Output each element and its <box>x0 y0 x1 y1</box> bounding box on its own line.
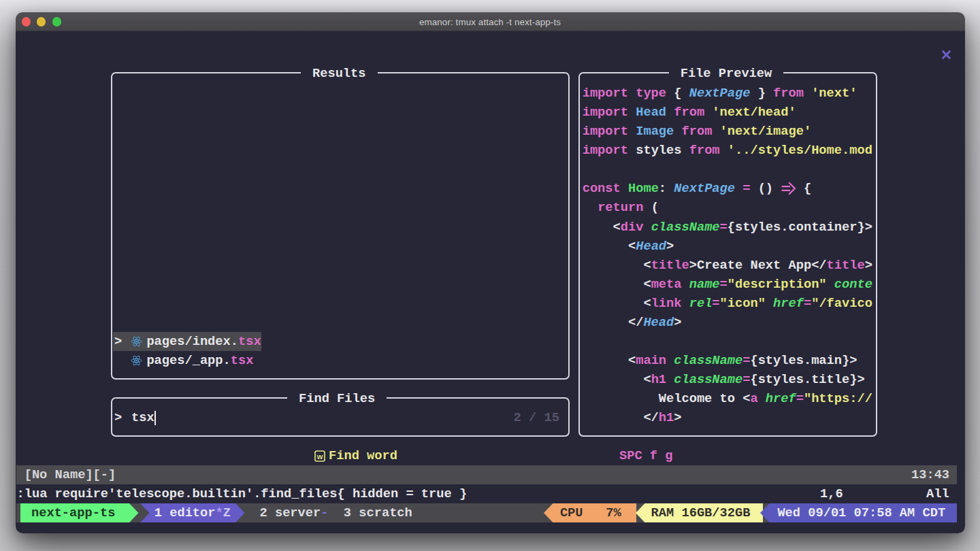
svg-text:W: W <box>316 452 323 460</box>
